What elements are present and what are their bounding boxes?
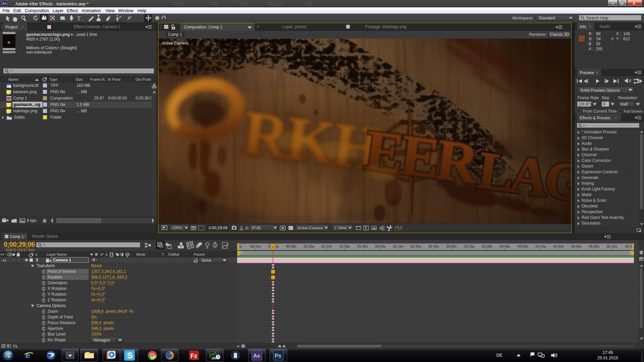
svg-text:Ps: Ps — [275, 353, 281, 359]
svg-text:05:15s: 05:15s — [606, 244, 617, 248]
svg-text:Fz: Fz — [191, 353, 197, 359]
svg-text:#: # — [35, 253, 38, 257]
svg-text:Fw: Fw — [7, 93, 10, 95]
svg-text:00:15s: 00:15s — [250, 244, 261, 248]
svg-text:03:30s: 03:30s — [482, 244, 492, 248]
svg-text:fx: fx — [105, 252, 108, 256]
svg-text:03:00s: 03:00s — [446, 244, 457, 248]
svg-text:03:45s: 03:45s — [499, 244, 510, 248]
svg-text:03:15s: 03:15s — [464, 244, 475, 248]
svg-text:05:00s: 05:00s — [589, 244, 599, 248]
svg-text:if: if — [7, 85, 9, 88]
svg-text:02:00s: 02:00s — [375, 244, 386, 248]
svg-text:00:45s: 00:45s — [286, 244, 297, 248]
svg-text:01:30s: 01:30s — [339, 244, 350, 248]
svg-text:02:30s: 02:30s — [411, 244, 421, 248]
svg-text:Ae: Ae — [253, 353, 260, 359]
svg-text:04:45s: 04:45s — [571, 244, 582, 248]
svg-text:Fw: Fw — [7, 106, 10, 108]
svg-text:T: T — [77, 15, 81, 21]
svg-text:02:15s: 02:15s — [393, 244, 404, 248]
svg-text:01:15s: 01:15s — [321, 244, 332, 248]
svg-text:04:15s: 04:15s — [535, 244, 546, 248]
svg-text:01:45s: 01:45s — [357, 244, 368, 248]
svg-text:02:45s: 02:45s — [428, 244, 439, 248]
svg-text:e: e — [25, 351, 30, 360]
svg-text:01:00s: 01:00s — [304, 244, 314, 248]
svg-text:S: S — [127, 351, 132, 360]
svg-text:04:30s: 04:30s — [553, 244, 564, 248]
svg-text:Fw: Fw — [7, 112, 10, 114]
svg-text:04:00s: 04:00s — [518, 244, 528, 248]
